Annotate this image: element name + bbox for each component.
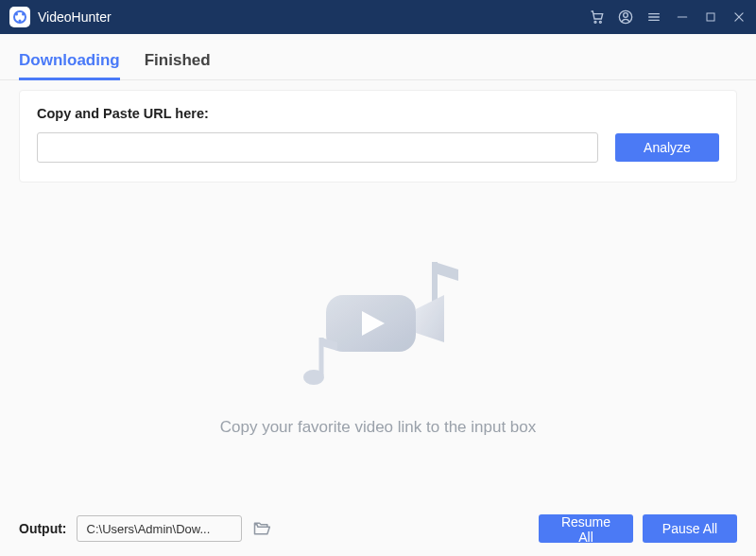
svg-point-5 xyxy=(599,21,601,23)
output-label: Output: xyxy=(19,521,67,536)
tab-downloading[interactable]: Downloading xyxy=(19,51,120,79)
titlebar: VideoHunter xyxy=(0,0,756,34)
svg-point-3 xyxy=(19,20,22,23)
url-card: Copy and Paste URL here: Analyze xyxy=(19,90,737,182)
empty-state: Copy your favorite video link to the inp… xyxy=(0,182,756,501)
minimize-icon[interactable] xyxy=(675,9,690,25)
pause-all-button[interactable]: Pause All xyxy=(643,514,737,543)
cart-icon[interactable] xyxy=(590,9,605,25)
url-input[interactable] xyxy=(37,132,598,163)
svg-rect-12 xyxy=(707,13,714,21)
close-icon[interactable] xyxy=(731,9,747,25)
url-row: Analyze xyxy=(37,132,719,163)
folder-open-icon[interactable] xyxy=(251,518,272,539)
titlebar-left: VideoHunter xyxy=(9,7,112,27)
svg-point-4 xyxy=(594,21,596,23)
svg-point-7 xyxy=(624,13,628,18)
titlebar-right xyxy=(590,9,747,25)
tab-finished[interactable]: Finished xyxy=(145,51,211,79)
menu-icon[interactable] xyxy=(646,9,662,25)
output-path-field[interactable]: C:\Users\Admin\Dow... xyxy=(77,515,242,542)
app-logo-icon xyxy=(9,7,30,27)
tabs: Downloading Finished xyxy=(0,34,756,80)
svg-point-1 xyxy=(15,13,18,16)
user-icon[interactable] xyxy=(618,9,633,25)
svg-point-17 xyxy=(303,370,324,385)
resume-all-button[interactable]: Resume All xyxy=(539,514,633,543)
bottom-bar: Output: C:\Users\Admin\Dow... Resume All… xyxy=(0,501,756,556)
url-label: Copy and Paste URL here: xyxy=(37,106,719,121)
maximize-icon[interactable] xyxy=(703,9,718,25)
empty-text: Copy your favorite video link to the inp… xyxy=(220,418,537,437)
app-title: VideoHunter xyxy=(38,9,112,25)
svg-point-2 xyxy=(22,13,25,16)
analyze-button[interactable]: Analyze xyxy=(615,133,719,162)
empty-illustration-icon xyxy=(274,248,482,399)
